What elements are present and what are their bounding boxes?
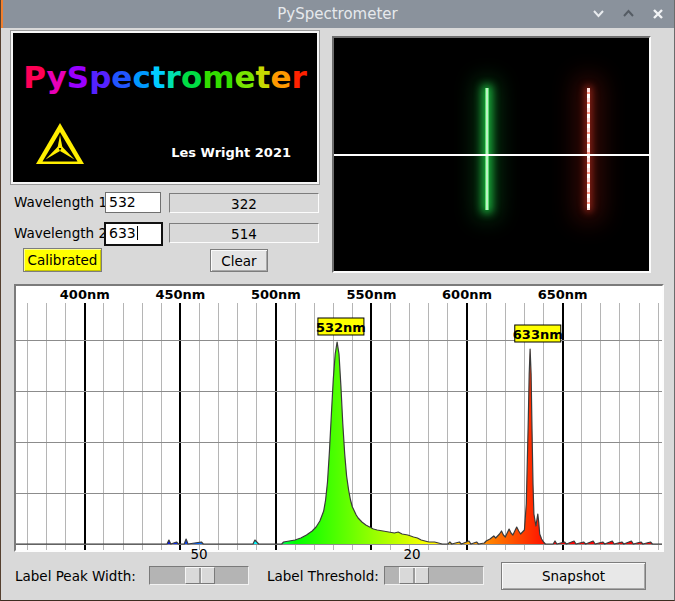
maximize-button[interactable] — [620, 6, 636, 22]
wavelength-1-input[interactable]: 532 — [105, 192, 161, 213]
svg-text:532nm: 532nm — [316, 320, 366, 335]
camera-crosshair-line — [334, 154, 649, 156]
peak-width-label: Label Peak Width: — [15, 568, 136, 584]
chevron-down-icon — [592, 5, 605, 24]
svg-text:400nm: 400nm — [60, 287, 110, 302]
spectrum-graph: 400nm450nm500nm550nm600nm650nm532nm633nm — [14, 284, 664, 552]
app-window: PySpectrometer PySpectrometer — [0, 0, 675, 601]
green-laser-line — [485, 88, 489, 210]
svg-text:550nm: 550nm — [347, 287, 397, 302]
camera-preview — [332, 36, 651, 273]
app-body: PySpectrometer Les Wright 2021 Wavelengt… — [1, 28, 674, 600]
wavelength-2-value: 633 — [109, 225, 136, 241]
peak-width-slider[interactable] — [149, 566, 249, 585]
svg-text:650nm: 650nm — [538, 287, 588, 302]
logo-panel: PySpectrometer Les Wright 2021 — [11, 31, 319, 184]
close-button[interactable] — [650, 6, 666, 22]
svg-text:600nm: 600nm — [442, 287, 492, 302]
shade-button[interactable] — [590, 6, 606, 22]
titlebar: PySpectrometer — [1, 0, 674, 28]
svg-text:633nm: 633nm — [513, 327, 563, 342]
close-icon — [652, 5, 664, 24]
spectrum-plot: 400nm450nm500nm550nm600nm650nm532nm633nm — [16, 286, 662, 550]
svg-text:500nm: 500nm — [251, 287, 301, 302]
svg-text:450nm: 450nm — [155, 287, 205, 302]
wavelength-2-input[interactable]: 633 — [104, 222, 163, 246]
calibrated-button[interactable]: Calibrated — [23, 248, 102, 272]
clear-button[interactable]: Clear — [210, 249, 268, 272]
threshold-label: Label Threshold: — [267, 568, 379, 584]
peak-width-value: 50 — [179, 546, 219, 562]
chevron-up-icon — [622, 5, 635, 24]
logo-triangle-icon — [35, 122, 85, 170]
titlebar-buttons — [590, 0, 666, 28]
wavelength-1-label: Wavelength 1: — [14, 194, 112, 210]
wavelength-1-value: 532 — [109, 194, 136, 210]
wavelength-1-pixel-readout: 322 — [169, 193, 319, 213]
red-laser-line — [587, 88, 590, 210]
threshold-slider-handle[interactable] — [399, 567, 429, 584]
text-caret — [137, 226, 139, 240]
window-title: PySpectrometer — [277, 5, 397, 23]
threshold-slider[interactable] — [384, 566, 484, 585]
wavelength-2-label: Wavelength 2: — [14, 225, 112, 241]
peak-width-slider-handle[interactable] — [185, 567, 215, 584]
camera-canvas — [334, 38, 649, 271]
threshold-value: 20 — [392, 546, 432, 562]
wavelength-2-pixel-readout: 514 — [169, 223, 319, 243]
snapshot-button[interactable]: Snapshot — [501, 562, 646, 590]
app-logo-text: PySpectrometer — [13, 59, 317, 95]
logo-credit: Les Wright 2021 — [171, 145, 291, 160]
titlebar-accent — [1, 0, 3, 28]
